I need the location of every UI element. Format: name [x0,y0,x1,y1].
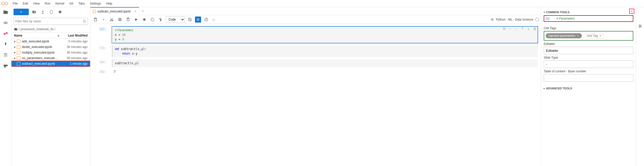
file-row[interactable]: multiply_executed.ipynb36 minutes ago [11,50,90,55]
cell-tags-label: Cell Tags [544,26,633,30]
stop-icon[interactable] [141,16,147,23]
cell-gutter [112,59,113,67]
file-row[interactable]: no_parameters_executed.ipynb36 minutes a… [11,55,90,61]
cell-code[interactable]: # Parameters x = 10 y = 3 [113,26,538,43]
column-modified[interactable]: Last Modified [60,34,88,37]
cut-icon[interactable] [109,16,115,23]
sliders-icon[interactable] [637,23,643,29]
extensions-icon[interactable] [3,62,9,69]
inspector-settings-icon[interactable] [629,9,634,14]
restart-run-icon[interactable] [158,16,164,23]
cell-output: 7 [112,69,538,75]
cell-tags-area: injected-parameters✓ Add Tag+ [544,31,633,41]
add-cell-icon[interactable]: + [101,16,107,23]
gear-icon[interactable] [491,18,494,21]
top-menubar: FileEditViewRunKernelGitTabsSettingsHelp [0,0,644,7]
svg-point-9 [83,20,85,22]
clock-icon[interactable] [203,16,209,23]
toc-input[interactable] [544,74,633,82]
notebook-cell[interactable]: [4]:7 [93,69,538,75]
slide-type-label: Slide Type [544,56,633,59]
variable-inspector-icon[interactable] [187,16,193,23]
notebook-cell[interactable]: [2]:# Parameters x = 10 y = 3⧉↑↓⤒⤓🗑 [93,26,538,43]
filter-input[interactable] [15,20,83,23]
folder-icon[interactable] [3,9,9,15]
new-launcher-button[interactable] [13,9,29,15]
menu-kernel[interactable]: Kernel [53,1,67,6]
save-icon[interactable] [92,16,99,23]
tag-chip[interactable]: injected-parameters✓ [546,33,582,38]
paste-icon[interactable] [125,16,131,23]
cell-preview: [1]: # Parameters [544,15,633,22]
menu-file[interactable]: File [10,1,20,6]
insert-above-icon[interactable]: ⤒ [520,26,525,31]
restart-icon[interactable] [149,16,156,23]
svg-line-20 [189,19,191,21]
notebook-cell[interactable]: [3]:˅def subtract(x,y): return x-y [93,45,538,57]
fold-icon[interactable] [109,69,112,75]
copy-icon[interactable] [117,16,123,23]
menu-tabs[interactable]: Tabs [76,1,87,6]
duplicate-icon[interactable]: ⧉ [502,26,506,31]
commands-icon[interactable] [3,41,9,47]
file-row[interactable]: divide_executed.ipynb36 minutes ago [11,44,90,50]
git-icon[interactable] [3,30,9,37]
svg-rect-11 [95,18,96,19]
advanced-tools-header[interactable]: ADVANCED TOOLS [546,87,572,90]
toc-label: Table of content - Base number [544,70,633,73]
svg-point-32 [639,27,640,28]
column-name[interactable]: Name [14,34,58,37]
move-down-icon[interactable]: ↓ [514,26,519,31]
breadcrumb[interactable]: / processed_notebook_fix / [11,26,90,33]
menu-run[interactable]: Run [42,1,53,6]
upload-icon[interactable] [39,9,46,15]
add-tab-button[interactable]: + [139,8,146,15]
insert-below-icon[interactable]: ⤓ [526,26,531,31]
notebook-icon [17,51,20,54]
delete-cell-icon[interactable]: 🗑 [532,26,537,31]
kernel-status-icon[interactable] [535,18,539,21]
run-icon[interactable] [133,16,139,23]
refresh-icon[interactable] [48,9,55,15]
cell-code[interactable]: subtract(x,y) [113,59,538,67]
file-modified: 36 minutes ago [60,51,88,54]
fold-icon[interactable] [109,59,112,67]
kernel-name[interactable]: Python - ML - Data Science [496,18,533,21]
menu-help[interactable]: Help [104,1,115,6]
close-tab-icon[interactable]: × [135,10,136,13]
cell-prompt: [4]: [93,59,109,67]
running-icon[interactable] [3,20,9,26]
render-icon[interactable] [195,16,201,23]
new-folder-icon[interactable] [31,9,37,15]
notebook-icon [17,45,20,49]
slide-type-input[interactable] [544,60,633,68]
menu-git[interactable]: Git [67,1,76,6]
file-modified: 36 minutes ago [60,45,88,49]
diamond-git-icon[interactable] [57,9,63,15]
common-tools-header[interactable]: COMMON TOOLS [546,11,569,14]
svg-line-10 [85,22,86,23]
fold-icon[interactable] [109,26,112,43]
notebook-cell[interactable]: [4]:subtract(x,y) [93,59,538,67]
celltype-select[interactable]: Code [166,16,185,23]
notebook-icon [93,10,96,13]
fold-icon[interactable]: ˅ [109,45,112,57]
file-row[interactable]: add_executed.ipynb5 minutes ago [11,39,90,44]
sort-asc-icon[interactable] [58,35,60,36]
toc-icon[interactable] [3,52,9,58]
property-inspector: ▾COMMON TOOLS [1]: # Parameters Cell Tag… [541,7,636,166]
menu-edit[interactable]: Edit [20,1,31,6]
menu-view[interactable]: View [31,1,42,6]
move-up-icon[interactable]: ↑ [508,26,512,31]
menu-settings[interactable]: Settings [87,1,103,6]
crumb-root[interactable]: / [19,27,19,31]
notebook-tab[interactable]: subtract_executed.ipynb × [90,7,139,15]
add-tag-button[interactable]: Add Tag+ [584,33,604,39]
crumb-folder[interactable]: processed_notebook_fix [20,27,53,31]
activity-bar [0,7,11,166]
editable-input[interactable] [544,47,633,54]
file-row[interactable]: subtract_executed.ipynb1 minute ago [11,61,90,67]
filter-box[interactable] [13,18,88,25]
file-name: subtract_executed.ipynb [22,62,60,65]
cell-code[interactable]: def subtract(x,y): return x-y [113,45,538,57]
